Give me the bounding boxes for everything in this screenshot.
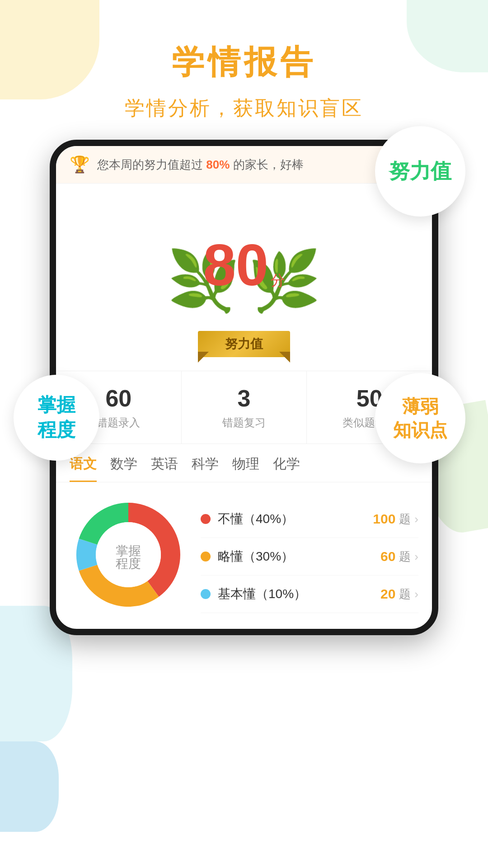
legend-arrow-icon[interactable]: › bbox=[414, 587, 418, 601]
legend-label: 基本懂（10%） bbox=[218, 585, 306, 603]
stat-item: 3错题复习 bbox=[182, 371, 307, 443]
legend-unit: 题 bbox=[399, 511, 411, 527]
legend-count: 20 bbox=[380, 586, 395, 602]
weak-label-bubble: 薄弱知识点 bbox=[375, 373, 465, 463]
page-title: 学情报告 bbox=[0, 41, 488, 84]
legend-arrow-icon[interactable]: › bbox=[414, 512, 418, 526]
legend-arrow-icon[interactable]: › bbox=[414, 550, 418, 564]
svg-text:程度: 程度 bbox=[116, 557, 141, 571]
legend-dot bbox=[201, 514, 211, 524]
chart-section: 掌握 程度 不懂（40%） 100 题 › 略懂（30%） 60 题 › bbox=[56, 482, 432, 629]
ribbon-label: 努力值 bbox=[198, 331, 290, 357]
legend-item[interactable]: 略懂（30%） 60 题 › bbox=[201, 538, 418, 576]
svg-text:掌握: 掌握 bbox=[116, 544, 141, 558]
weak-label-text: 薄弱知识点 bbox=[393, 395, 447, 442]
subject-tabs[interactable]: 语文数学英语科学物理化学 bbox=[56, 444, 432, 482]
legend-section: 不懂（40%） 100 题 › 略懂（30%） 60 题 › 基本懂（10%） … bbox=[201, 496, 418, 613]
donut-chart: 掌握 程度 bbox=[70, 496, 187, 615]
score-section: 🌿 🌿 80 分 努力值 bbox=[56, 184, 432, 371]
legend-label: 不懂（40%） bbox=[218, 510, 294, 528]
score-unit: 分 bbox=[271, 272, 285, 288]
subject-tab[interactable]: 语文 bbox=[70, 455, 97, 482]
subject-tab[interactable]: 物理 bbox=[232, 455, 259, 482]
effort-label-bubble: 努力值 bbox=[375, 126, 465, 217]
header: 学情报告 学情分析，获取知识盲区 bbox=[0, 0, 488, 140]
stats-row: 60错题录入3错题复习50类似题训练 bbox=[56, 371, 432, 444]
phone-mockup: 🏆 您本周的努力值超过 80% 的家长，好棒 🌿 🌿 80 分 努力值 60错题… bbox=[50, 140, 438, 635]
legend-dot bbox=[201, 589, 211, 599]
legend-dot bbox=[201, 552, 211, 561]
subject-tab[interactable]: 数学 bbox=[110, 455, 137, 482]
subject-tab[interactable]: 科学 bbox=[192, 455, 219, 482]
legend-item[interactable]: 不懂（40%） 100 题 › bbox=[201, 500, 418, 538]
legend-list: 不懂（40%） 100 题 › 略懂（30%） 60 题 › 基本懂（10%） … bbox=[201, 500, 418, 613]
mastery-label-text: 掌握程度 bbox=[38, 393, 75, 442]
score-center: 80 分 bbox=[203, 236, 285, 294]
notification-text: 您本周的努力值超过 80% 的家长，好棒 bbox=[97, 157, 418, 173]
subject-tab[interactable]: 英语 bbox=[151, 455, 178, 482]
page-subtitle: 学情分析，获取知识盲区 bbox=[0, 95, 488, 122]
legend-unit: 题 bbox=[399, 586, 411, 602]
subject-tab[interactable]: 化学 bbox=[273, 455, 300, 482]
legend-item[interactable]: 基本懂（10%） 20 题 › bbox=[201, 576, 418, 613]
bg-decoration-bottomleft2 bbox=[0, 741, 59, 832]
laurel-container: 🌿 🌿 80 分 bbox=[167, 202, 321, 328]
legend-count: 100 bbox=[373, 511, 395, 527]
score-number: 80 bbox=[203, 232, 268, 298]
legend-label: 略懂（30%） bbox=[218, 548, 294, 565]
effort-label-text: 努力值 bbox=[389, 159, 451, 184]
legend-unit: 题 bbox=[399, 549, 411, 565]
mastery-label-bubble: 掌握程度 bbox=[14, 375, 99, 461]
trophy-icon: 🏆 bbox=[70, 155, 90, 174]
legend-count: 60 bbox=[380, 549, 395, 564]
phone-container: 努力值 掌握程度 薄弱知识点 🏆 您本周的努力值超过 80% 的家长，好棒 🌿 … bbox=[50, 140, 438, 635]
